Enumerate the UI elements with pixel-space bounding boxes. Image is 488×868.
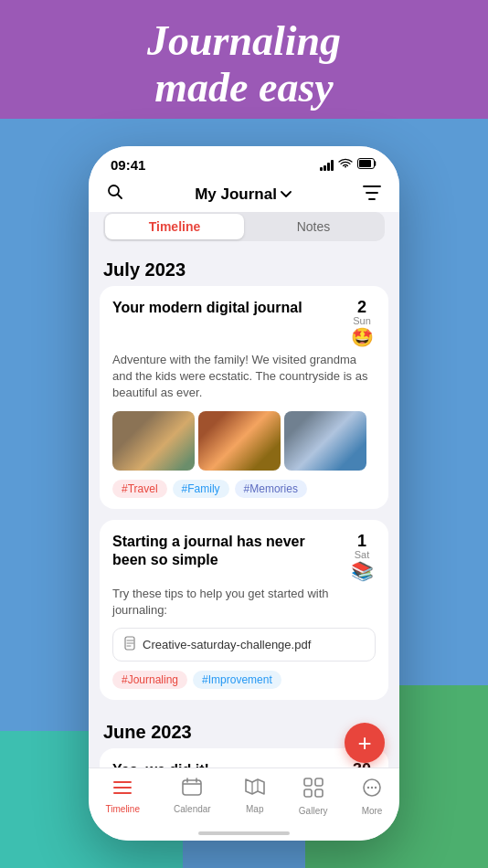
tags-row: #Journaling #Improvement xyxy=(112,671,376,689)
entry-header: Starting a journal has never been so sim… xyxy=(112,533,376,582)
tag[interactable]: #Improvement xyxy=(193,671,281,689)
app-background: Journaling made easy 09:41 xyxy=(0,0,488,868)
tab-gallery-label: Gallery xyxy=(299,806,328,816)
status-bar: 09:41 xyxy=(89,146,399,176)
home-indicator xyxy=(198,831,290,835)
more-icon xyxy=(362,778,382,803)
map-icon xyxy=(245,778,265,801)
headline: Journaling made easy xyxy=(0,18,488,111)
entry-body: Adventure with the family! We visited gr… xyxy=(112,352,376,402)
tab-calendar[interactable]: Calendar xyxy=(174,778,211,814)
segment-notes[interactable]: Notes xyxy=(244,214,383,239)
filter-icon[interactable] xyxy=(363,185,381,204)
tag[interactable]: #Family xyxy=(173,480,229,498)
entry-day-number: 1 xyxy=(348,533,376,549)
entry-title: Your modern digital journal xyxy=(112,299,341,318)
search-icon[interactable] xyxy=(107,184,123,205)
entry-emoji: 🤩 xyxy=(348,326,376,348)
headline-line2: made easy xyxy=(0,65,488,111)
svg-point-12 xyxy=(375,787,377,789)
photo-thumb xyxy=(198,411,281,471)
nav-bar: My Journal xyxy=(89,176,399,212)
entry-date: 2 Sun 🤩 xyxy=(348,299,376,348)
chevron-down-icon xyxy=(281,188,292,201)
tab-timeline-label: Timeline xyxy=(106,804,140,814)
tag[interactable]: #Memories xyxy=(235,480,307,498)
entry-emoji: 📚 xyxy=(348,560,376,582)
svg-rect-8 xyxy=(315,789,323,797)
entry-header: Your modern digital journal 2 Sun 🤩 xyxy=(112,299,376,348)
svg-point-2 xyxy=(109,185,119,196)
svg-rect-6 xyxy=(315,778,323,786)
tags-row: #Travel #Family #Memories xyxy=(112,480,376,498)
svg-rect-5 xyxy=(304,778,312,786)
svg-point-11 xyxy=(371,787,373,789)
svg-rect-4 xyxy=(183,780,201,795)
entry-title: Starting a journal has never been so sim… xyxy=(112,533,341,571)
scroll-content[interactable]: July 2023 Your modern digital journal 2 … xyxy=(89,249,399,788)
journal-title-text: My Journal xyxy=(195,185,277,204)
file-icon xyxy=(124,636,137,653)
status-icons xyxy=(320,158,377,172)
tab-map[interactable]: Map xyxy=(245,778,265,814)
attachment[interactable]: Creative-saturday-challenge.pdf xyxy=(112,628,376,662)
gallery-icon xyxy=(303,778,324,803)
entry-day-name: Sun xyxy=(348,315,376,326)
tab-bar: Timeline Calendar xyxy=(89,767,399,841)
entry-body: Try these tips to help you get started w… xyxy=(112,586,376,619)
month-header-july: July 2023 xyxy=(89,249,399,286)
svg-rect-1 xyxy=(359,160,371,167)
headline-line1: Journaling xyxy=(0,18,488,65)
tab-more-label: More xyxy=(362,806,383,816)
tag[interactable]: #Journaling xyxy=(112,671,187,689)
tab-more[interactable]: More xyxy=(362,778,383,816)
svg-rect-7 xyxy=(304,789,312,797)
wifi-icon xyxy=(338,158,353,172)
tab-timeline[interactable]: Timeline xyxy=(106,778,140,814)
attachment-filename: Creative-saturday-challenge.pdf xyxy=(143,638,311,651)
segment-timeline[interactable]: Timeline xyxy=(105,214,244,239)
phone-frame: 09:41 xyxy=(89,146,399,841)
add-entry-button[interactable]: + xyxy=(345,723,385,763)
status-time: 09:41 xyxy=(111,157,145,173)
nav-title[interactable]: My Journal xyxy=(195,185,292,204)
signal-icon xyxy=(320,160,334,171)
tab-gallery[interactable]: Gallery xyxy=(299,778,328,816)
photo-thumb xyxy=(112,411,195,471)
entry-date: 1 Sat 📚 xyxy=(348,533,376,582)
entry-day-name: Sat xyxy=(348,549,376,560)
battery-icon xyxy=(357,158,377,172)
photos-row xyxy=(112,411,376,471)
timeline-icon xyxy=(112,778,133,801)
segment-control: Timeline Notes xyxy=(103,212,385,241)
tag[interactable]: #Travel xyxy=(112,480,167,498)
calendar-icon xyxy=(182,778,202,801)
photo-thumb xyxy=(284,411,366,471)
tab-calendar-label: Calendar xyxy=(174,804,211,814)
tab-map-label: Map xyxy=(246,804,263,814)
svg-point-10 xyxy=(367,787,369,789)
entry-card[interactable]: Starting a journal has never been so sim… xyxy=(100,520,388,700)
entry-card[interactable]: Your modern digital journal 2 Sun 🤩 Adve… xyxy=(100,286,388,509)
entry-day-number: 2 xyxy=(348,299,376,315)
